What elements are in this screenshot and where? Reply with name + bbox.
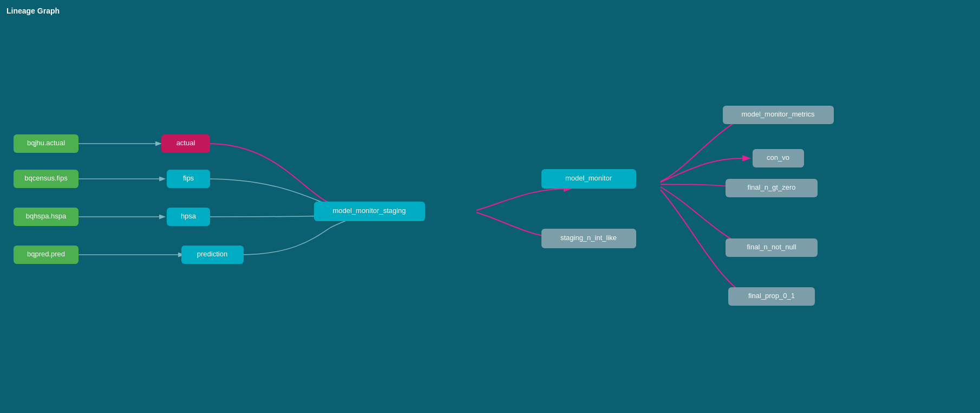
node-model-monitor-label: model_monitor — [565, 174, 612, 182]
node-final-prop-0-1-label: final_prop_0_1 — [748, 292, 795, 300]
node-actual-label: actual — [177, 139, 195, 147]
node-con-vo-label: con_vo — [767, 153, 789, 162]
node-bqcensus-fips-label: bqcensus.fips — [24, 174, 68, 182]
node-model-monitor-staging-label: model_monitor_staging — [332, 206, 406, 215]
node-model-monitor-metrics-label: model_monitor_metrics — [741, 110, 815, 118]
node-final-n-not-null-label: final_n_not_null — [747, 243, 796, 251]
node-final-n-gt-zero-label: final_n_gt_zero — [748, 183, 796, 191]
node-bqjhu-actual-label: bqjhu.actual — [27, 139, 65, 147]
node-prediction-label: prediction — [197, 250, 227, 258]
node-bqhspa-hspa-label: bqhspa.hspa — [26, 212, 67, 220]
node-fips-label: fips — [183, 174, 194, 182]
node-bqpred-pred-label: bqpred.pred — [27, 250, 65, 258]
node-staging-n-int-like-label: staging_n_int_like — [560, 234, 617, 242]
node-hpsa-label: hpsa — [181, 212, 197, 220]
lineage-graph: bqjhu.actual bqcensus.fips bqhspa.hspa b… — [0, 0, 980, 413]
